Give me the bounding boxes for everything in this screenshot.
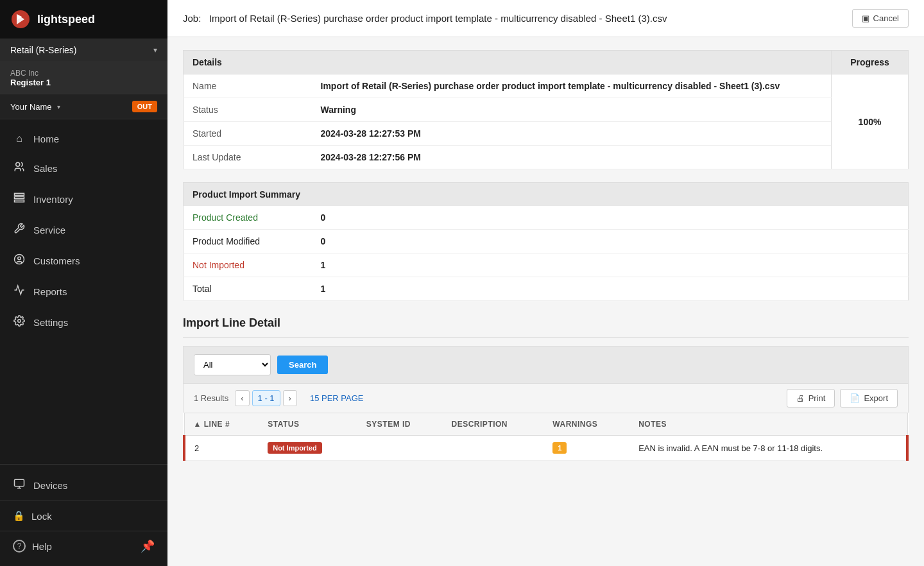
page-title: Job: Import of Retail (R-Series) purchas… — [183, 13, 667, 24]
warning-badge: 1 — [552, 442, 567, 454]
filter-select[interactable]: All Imported Not Imported Modified — [194, 354, 271, 375]
summary-not-imported-value: 1 — [312, 253, 909, 277]
lock-button[interactable]: 🔒 Lock — [0, 501, 167, 531]
detail-started-label: Started — [184, 122, 312, 146]
sidebar-item-inventory[interactable]: Inventory — [0, 184, 167, 214]
customers-icon — [13, 253, 26, 268]
print-button[interactable]: 🖨 Print — [787, 389, 835, 407]
svg-rect-4 — [15, 193, 24, 195]
summary-total-label: Total — [184, 277, 312, 301]
pagination: ‹ 1 - 1 › — [235, 390, 297, 406]
sidebar-item-sales[interactable]: Sales — [0, 153, 167, 184]
row-notes: EAN is invalid. A EAN must be 7-8 or 11-… — [629, 436, 907, 461]
row-line: 2 — [184, 436, 259, 461]
results-left: 1 Results ‹ 1 - 1 › 15 PER PAGE — [194, 390, 363, 406]
devices-icon — [13, 478, 26, 492]
progress-header: Progress — [832, 51, 909, 74]
col-warnings-header: WARNINGS — [543, 413, 629, 436]
account-dropdown-icon: ▾ — [57, 103, 60, 110]
job-label: Job: — [183, 13, 201, 24]
detail-name-label: Name — [184, 74, 312, 98]
settings-icon — [13, 315, 26, 329]
pin-icon[interactable]: 📌 — [141, 539, 155, 553]
sidebar-item-reports[interactable]: Reports — [0, 276, 167, 307]
detail-lastupdate-value: 2024-03-28 12:27:56 PM — [312, 146, 832, 169]
help-icon: ? — [13, 540, 26, 553]
progress-value: 100% — [832, 74, 909, 169]
user-account-row[interactable]: Your Name ▾ OUT — [0, 94, 167, 119]
results-count: 1 Results — [194, 393, 228, 403]
cancel-button[interactable]: ▣ Cancel — [852, 9, 909, 28]
detail-name-row: Name Import of Retail (R-Series) purchas… — [184, 74, 909, 98]
next-page-button[interactable]: › — [283, 390, 297, 406]
sidebar-item-service[interactable]: Service — [0, 214, 167, 245]
help-label: Help — [32, 541, 52, 552]
search-button[interactable]: Search — [277, 356, 328, 374]
svg-point-3 — [16, 162, 20, 166]
per-page-link[interactable]: 15 PER PAGE — [310, 393, 364, 403]
inventory-icon — [13, 192, 26, 206]
summary-product-created-value: 0 — [312, 206, 909, 230]
line-detail-table: ▲ LINE # STATUS SYSTEM ID DESCRIPTION WA… — [183, 413, 909, 461]
export-button[interactable]: 📄 Export — [840, 389, 898, 407]
summary-total-value: 1 — [312, 277, 909, 301]
detail-started-value: 2024-03-28 12:27:53 PM — [312, 122, 832, 146]
job-title: Import of Retail (R-Series) purchase ord… — [209, 13, 667, 24]
summary-product-modified-row: Product Modified 0 — [184, 230, 909, 253]
col-notes-header: NOTES — [629, 413, 907, 436]
details-header: Details — [184, 51, 832, 74]
main-content: Job: Import of Retail (R-Series) purchas… — [167, 0, 924, 566]
sidebar-bottom: Devices 🔒 Lock ? Help 📌 — [0, 464, 167, 566]
sidebar-item-devices-label: Devices — [33, 480, 67, 491]
prev-page-button[interactable]: ‹ — [235, 390, 249, 406]
store-dropdown-icon: ▾ — [153, 46, 157, 55]
col-systemid-header: SYSTEM ID — [357, 413, 443, 436]
table-header-row: ▲ LINE # STATUS SYSTEM ID DESCRIPTION WA… — [184, 413, 907, 436]
detail-status-row: Status Warning — [184, 98, 909, 122]
details-table: Details Progress Name Import of Retail (… — [183, 50, 909, 169]
summary-product-modified-label: Product Modified — [184, 230, 312, 253]
col-status-header: STATUS — [259, 413, 357, 436]
lock-icon: 🔒 — [13, 510, 25, 522]
sales-icon — [13, 161, 26, 175]
out-badge[interactable]: OUT — [132, 101, 157, 112]
sidebar-item-settings-label: Settings — [33, 317, 68, 328]
detail-status-value: Warning — [312, 98, 832, 122]
export-label: Export — [864, 393, 888, 403]
print-label: Print — [809, 393, 826, 403]
sidebar: lightspeed Retail (R-Series) ▾ ABC Inc R… — [0, 0, 167, 566]
sidebar-item-devices[interactable]: Devices — [0, 470, 167, 501]
store-selector[interactable]: Retail (R-Series) ▾ — [0, 39, 167, 62]
row-status: Not Imported — [259, 436, 357, 461]
account-info: Your Name ▾ — [10, 102, 60, 112]
summary-product-created-row: Product Created 0 — [184, 206, 909, 230]
results-right: 🖨 Print 📄 Export — [787, 389, 898, 407]
sidebar-nav: ⌂ Home Sales Inventory — [0, 119, 167, 464]
detail-lastupdate-row: Last Update 2024-03-28 12:27:56 PM — [184, 146, 909, 169]
results-bar: 1 Results ‹ 1 - 1 › 15 PER PAGE 🖨 Print … — [183, 383, 909, 413]
reports-icon — [13, 284, 26, 298]
svg-rect-5 — [15, 197, 24, 199]
current-page-label[interactable]: 1 - 1 — [252, 390, 280, 406]
summary-product-created-label: Product Created — [184, 206, 312, 230]
sidebar-item-customers-label: Customers — [33, 255, 80, 266]
help-row: ? Help 📌 — [0, 531, 167, 561]
summary-product-modified-value: 0 — [312, 230, 909, 253]
not-imported-badge: Not Imported — [268, 442, 321, 454]
sidebar-item-home-label: Home — [33, 133, 59, 144]
print-icon: 🖨 — [796, 393, 805, 403]
help-button[interactable]: ? Help — [13, 540, 52, 553]
sidebar-item-reports-label: Reports — [33, 286, 67, 297]
main-header: Job: Import of Retail (R-Series) purchas… — [167, 0, 924, 37]
import-line-detail-title: Import Line Detail — [183, 316, 909, 330]
sidebar-item-settings[interactable]: Settings — [0, 307, 167, 338]
detail-started-row: Started 2024-03-28 12:27:53 PM — [184, 122, 909, 146]
content-area: Details Progress Name Import of Retail (… — [167, 37, 924, 474]
company-name: ABC Inc — [10, 69, 157, 78]
sidebar-item-customers[interactable]: Customers — [0, 245, 167, 276]
cancel-label: Cancel — [873, 13, 899, 23]
detail-name-value: Import of Retail (R-Series) purchase ord… — [312, 74, 832, 98]
row-warnings: 1 — [543, 436, 629, 461]
sidebar-item-home[interactable]: ⌂ Home — [0, 124, 167, 153]
home-icon: ⌂ — [13, 133, 26, 144]
